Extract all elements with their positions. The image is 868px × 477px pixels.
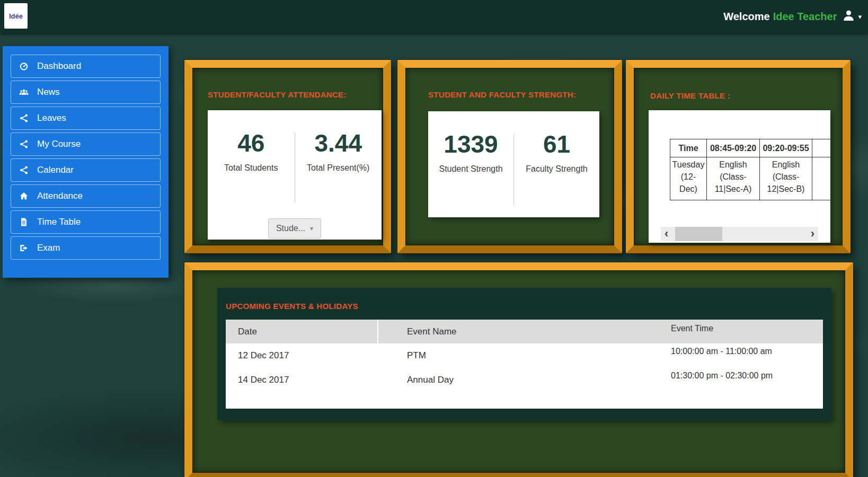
timetable-header-row: Time 08:45-09:20 09:20-09:55 09: xyxy=(670,139,831,157)
sidebar-item-time-table[interactable]: Time Table xyxy=(11,210,161,234)
timetable-panel: DAILY TIME TABLE : Time 08:45-09:20 09:2… xyxy=(626,60,851,253)
timetable-col-time: Time xyxy=(670,139,707,157)
event-row: 12 Dec 2017 PTM 10:00:00 am - 11:00:00 a… xyxy=(226,343,823,368)
logo-text: Idée xyxy=(9,12,23,20)
share-icon xyxy=(19,113,29,123)
events-panel: UPCOMING EVENTS & HOLIDAYS Date Event Na… xyxy=(184,262,853,477)
sidebar-item-my-course[interactable]: My Course xyxy=(11,132,161,156)
event-time: 01:30:00 pm - 02:30:00 pm xyxy=(670,368,823,392)
home-icon xyxy=(19,191,29,201)
timetable-cell xyxy=(812,157,831,200)
timetable-day-cell: Tuesday (12-Dec) xyxy=(670,157,707,200)
user-name: Idee Teacher xyxy=(773,11,837,22)
timetable-scrollbar[interactable]: ‹ › xyxy=(661,227,818,241)
timetable-col-slot2: 09:20-09:55 xyxy=(760,139,812,157)
sidebar-item-leaves[interactable]: Leaves xyxy=(11,107,161,130)
strength-panel: STUDENT AND FACULTY STRENGTH: 1339 Stude… xyxy=(397,60,622,253)
events-table: Date Event Name Event Time 12 Dec 2017 P… xyxy=(226,320,823,409)
total-students-value: 46 xyxy=(208,130,295,156)
timetable-cell: English (Class-12|Sec-B) xyxy=(760,157,812,200)
timetable-panel-title: DAILY TIME TABLE : xyxy=(650,91,730,100)
events-panel-title: UPCOMING EVENTS & HOLIDAYS xyxy=(226,302,358,311)
sidebar-item-label: Exam xyxy=(37,243,60,253)
welcome-prefix: Welcome xyxy=(723,11,769,22)
timetable-card: Time 08:45-09:20 09:20-09:55 09: Tuesday… xyxy=(649,110,830,243)
dashboard-icon xyxy=(19,61,29,72)
timetable-scroll-viewport: Time 08:45-09:20 09:20-09:55 09: Tuesday… xyxy=(670,139,830,200)
events-col-date: Date xyxy=(226,320,378,343)
faculty-strength-label: Faculty Strength xyxy=(514,164,599,174)
attendance-stats: 46 Total Students 3.44 Total Present(%) xyxy=(208,130,382,205)
timetable-table: Time 08:45-09:20 09:20-09:55 09: Tuesday… xyxy=(670,139,830,200)
total-present-stat: 3.44 Total Present(%) xyxy=(295,130,382,205)
sidebar-item-news[interactable]: News xyxy=(11,81,161,104)
events-header-row: Date Event Name Event Time xyxy=(226,320,823,343)
strength-card: 1339 Student Strength 61 Faculty Strengt… xyxy=(428,111,599,217)
user-icon xyxy=(842,8,856,25)
attendance-card: 46 Total Students 3.44 Total Present(%) … xyxy=(208,110,382,240)
event-name: Annual Day xyxy=(378,368,670,392)
share-icon xyxy=(19,165,29,175)
student-strength-stat: 1339 Student Strength xyxy=(428,131,513,205)
attendance-panel: STUDENT/FACULTY ATTENDANCE: 46 Total Stu… xyxy=(184,60,391,253)
sign-out-icon xyxy=(19,243,29,253)
app-logo[interactable]: Idée xyxy=(4,3,28,29)
student-strength-value: 1339 xyxy=(428,131,513,157)
attendance-filter-dropdown[interactable]: Stude... ▾ xyxy=(268,218,321,238)
dashboard-page: Idée WelcomeIdee Teacher ▾ Dashboard xyxy=(0,0,868,477)
total-present-value: 3.44 xyxy=(295,130,382,156)
attendance-panel-title: STUDENT/FACULTY ATTENDANCE: xyxy=(208,90,347,99)
caret-down-icon: ▾ xyxy=(858,13,862,20)
share-icon xyxy=(19,139,29,149)
timetable-data-row: Tuesday (12-Dec) English (Class-11|Sec-A… xyxy=(670,157,831,200)
sidebar-item-exam[interactable]: Exam xyxy=(11,236,161,260)
event-name: PTM xyxy=(378,343,670,368)
dropdown-value: Stude... xyxy=(276,224,305,233)
user-menu-button[interactable]: ▾ xyxy=(842,8,862,25)
sidebar-item-label: Time Table xyxy=(37,217,81,227)
divider xyxy=(295,132,295,202)
events-card: UPCOMING EVENTS & HOLIDAYS Date Event Na… xyxy=(217,288,831,420)
file-text-icon xyxy=(19,217,29,227)
sidebar-item-label: News xyxy=(37,87,60,98)
scroll-left-icon[interactable]: ‹ xyxy=(665,227,668,241)
total-students-label: Total Students xyxy=(208,163,295,173)
chevron-down-icon: ▾ xyxy=(310,225,313,232)
timetable-cell: English (Class-11|Sec-A) xyxy=(707,157,760,200)
event-date: 14 Dec 2017 xyxy=(226,368,378,392)
scrollbar-thumb[interactable] xyxy=(675,227,722,241)
events-col-time: Event Time xyxy=(670,320,823,343)
event-time: 10:00:00 am - 11:00:00 am xyxy=(670,343,823,368)
event-date: 12 Dec 2017 xyxy=(226,343,378,368)
top-bar: Idée WelcomeIdee Teacher ▾ xyxy=(0,0,868,33)
sidebar-item-dashboard[interactable]: Dashboard xyxy=(11,55,161,78)
sidebar-item-calendar[interactable]: Calendar xyxy=(11,158,161,182)
timetable-col-slot3: 09: xyxy=(812,139,831,157)
sidebar-item-label: Calendar xyxy=(37,165,74,175)
total-students-stat: 46 Total Students xyxy=(208,130,295,205)
sidebar-item-label: Attendance xyxy=(37,191,83,201)
scroll-right-icon[interactable]: › xyxy=(811,227,814,241)
faculty-strength-stat: 61 Faculty Strength xyxy=(514,131,599,205)
user-area: WelcomeIdee Teacher ▾ xyxy=(723,0,862,33)
total-present-label: Total Present(%) xyxy=(295,163,382,173)
student-strength-label: Student Strength xyxy=(428,164,513,174)
sidebar: Dashboard News Leaves My Course Calendar xyxy=(3,46,169,278)
faculty-strength-value: 61 xyxy=(514,131,599,157)
timetable-col-slot1: 08:45-09:20 xyxy=(707,139,760,157)
users-icon xyxy=(19,87,29,98)
welcome-text: WelcomeIdee Teacher xyxy=(723,11,837,23)
strength-stats: 1339 Student Strength 61 Faculty Strengt… xyxy=(428,131,599,205)
strength-panel-title: STUDENT AND FACULTY STRENGTH: xyxy=(428,90,576,99)
events-col-name: Event Name xyxy=(378,320,670,343)
sidebar-item-label: Dashboard xyxy=(37,61,81,72)
sidebar-item-attendance[interactable]: Attendance xyxy=(11,184,161,208)
sidebar-item-label: Leaves xyxy=(37,113,66,123)
event-row: 14 Dec 2017 Annual Day 01:30:00 pm - 02:… xyxy=(226,368,823,392)
sidebar-item-label: My Course xyxy=(37,139,81,149)
